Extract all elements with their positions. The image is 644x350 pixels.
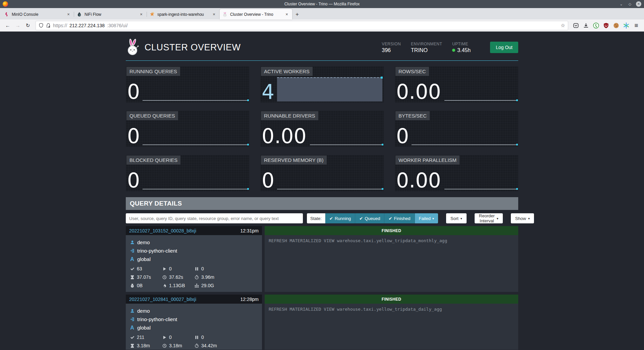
queued-splits: 0: [201, 266, 204, 271]
completed-splits: 63: [137, 266, 142, 271]
sparkline: [143, 100, 248, 101]
forward-button[interactable]: →: [13, 21, 22, 30]
query-source: trino-python-client: [137, 316, 177, 322]
stat-value: 0: [127, 126, 140, 147]
pause-icon: [194, 335, 199, 340]
maximize-window-icon[interactable]: ◇: [627, 1, 633, 7]
check-icon: [130, 335, 135, 340]
reload-button[interactable]: ↻: [23, 21, 32, 30]
tab-close-icon[interactable]: ×: [139, 12, 144, 17]
stat-rows-sec: ROWS/SEC 0.00: [395, 66, 518, 102]
stat-value: 0: [127, 81, 140, 102]
clock-icon: [162, 343, 167, 348]
running-splits: 0: [169, 335, 172, 340]
cpu-gauge-icon: [194, 275, 199, 279]
tab-close-icon[interactable]: ×: [211, 12, 217, 17]
minimize-window-icon[interactable]: ⌄: [619, 1, 624, 7]
reorder-interval-dropdown[interactable]: Reorder Interval▾: [475, 213, 503, 223]
cluster-stats: RUNNING QUERIES 0 ACTIVE WORKERS 4 ROWS/…: [126, 66, 518, 191]
query-filter-toolbar: State: ✔Running ✔Queued ✔Finished Failed…: [126, 213, 518, 223]
sparkline-dot: [516, 144, 518, 145]
hourglass-icon: [130, 275, 135, 279]
spark-favicon-icon: [150, 12, 155, 17]
menu-icon[interactable]: ≡: [633, 23, 639, 29]
flame-icon: [162, 283, 167, 288]
query-text-preview[interactable]: REFRESH MATERIALIZED VIEW warehouse.taxi…: [265, 235, 518, 292]
tab-label: NiFi Flow: [85, 12, 136, 17]
window-title: Cluster Overview - Trino — Mozilla Firef…: [0, 2, 644, 6]
query-meta-panel: demo trino-python-client Aglobal 211 0 0…: [126, 304, 262, 350]
close-window-icon[interactable]: ✕: [636, 1, 641, 7]
peak-memory: 1.13GB: [169, 283, 185, 288]
query-text-preview[interactable]: REFRESH MATERIALIZED VIEW warehouse.taxi…: [265, 304, 518, 350]
cpu-gauge-icon: [194, 343, 199, 348]
tab-nifi-flow[interactable]: NiFi Flow ×: [74, 9, 147, 19]
sparkline-area: [277, 77, 382, 101]
query-id-link[interactable]: 20221027_102841_00027_b8xji: [129, 297, 196, 302]
check-icon: ✔: [329, 216, 333, 221]
query-status-badge: FINISHED: [265, 295, 518, 304]
query-search-input[interactable]: [126, 213, 303, 223]
cookie-extension-icon[interactable]: [613, 23, 619, 29]
sparkline: [310, 144, 382, 145]
url-bar[interactable]: https://212.227.224.138:30876/ui/ ☆: [36, 21, 568, 30]
filter-running-button[interactable]: ✔Running: [325, 213, 355, 223]
wall-time: 3.18m: [137, 343, 150, 348]
grid-th-icon: [194, 283, 199, 288]
stat-label: BYTES/SEC: [395, 111, 430, 120]
tab-label: spark-ingest-into-warehou: [157, 12, 209, 17]
stat-bytes-sec: BYTES/SEC 0: [395, 111, 518, 147]
stat-value: 0.00: [396, 81, 441, 102]
back-button[interactable]: ←: [3, 21, 12, 30]
query-id-link[interactable]: 20221027_103152_00028_b8xji: [129, 228, 196, 233]
sort-dropdown[interactable]: Sort▾: [446, 213, 467, 223]
stat-label: ROWS/SEC: [395, 67, 429, 76]
query-row-header: 20221027_102841_00027_b8xji 12:28pm: [126, 295, 262, 304]
logout-button[interactable]: Log Out: [490, 42, 518, 53]
queued-splits: 0: [201, 335, 204, 340]
multi-account-extension-icon[interactable]: [623, 23, 629, 29]
chevron-down-icon: ▾: [497, 217, 498, 220]
stat-label: QUEUED QUERIES: [126, 111, 178, 120]
tab-label: MinIO Console: [12, 12, 63, 17]
stat-label: ACTIVE WORKERS: [261, 67, 313, 76]
query-source: trino-python-client: [137, 248, 177, 254]
show-dropdown[interactable]: Show▾: [511, 213, 534, 223]
bookmark-star-icon[interactable]: ☆: [561, 23, 565, 29]
url-host: 212.227.224.138: [69, 23, 105, 28]
stat-running-queries: RUNNING QUERIES 0: [126, 66, 249, 102]
sparkline-dot: [382, 144, 383, 145]
pocket-icon[interactable]: [573, 23, 579, 29]
cpu-time: 34.42m: [201, 343, 217, 348]
filter-queued-button[interactable]: ✔Queued: [355, 213, 384, 223]
tab-cluster-overview[interactable]: Cluster Overview - Trino ×: [220, 9, 292, 19]
resource-group-icon: A: [130, 325, 135, 330]
chevron-down-icon: ▾: [432, 217, 434, 220]
resource-group-icon: A: [130, 257, 135, 262]
filter-failed-dropdown[interactable]: Failed▾: [415, 213, 438, 223]
ublock-icon[interactable]: [603, 23, 609, 29]
environment-meta: ENVIRONMENT TRINO: [411, 42, 442, 53]
tab-close-icon[interactable]: ×: [284, 12, 289, 17]
sparkline: [277, 189, 382, 189]
tab-spark-notebook[interactable]: spark-ingest-into-warehou ×: [147, 9, 219, 19]
tab-close-icon[interactable]: ×: [66, 12, 71, 17]
stat-label: WORKER PARALLELISM: [395, 156, 460, 165]
new-tab-button[interactable]: +: [292, 9, 302, 19]
stat-label: BLOCKED QUERIES: [126, 156, 180, 165]
privacy-extension-icon[interactable]: [593, 23, 599, 29]
version-meta: VERSION 396: [382, 42, 401, 53]
version-label: VERSION: [382, 42, 401, 46]
sparkline-dot: [382, 188, 383, 190]
downloads-icon[interactable]: [583, 23, 589, 29]
sparkline: [412, 144, 517, 145]
filter-finished-button[interactable]: ✔Finished: [384, 213, 415, 223]
chevron-down-icon: ▾: [528, 217, 530, 220]
query-time: 12:31pm: [240, 228, 259, 233]
uptime-value: 3.45h: [457, 47, 471, 53]
query-resource-group: global: [137, 325, 151, 331]
tab-minio-console[interactable]: MinIO Console ×: [1, 9, 74, 19]
stat-queued-queries: QUEUED QUERIES 0: [126, 111, 249, 147]
check-icon: ✔: [359, 216, 363, 221]
tab-label: Cluster Overview - Trino: [230, 12, 281, 17]
